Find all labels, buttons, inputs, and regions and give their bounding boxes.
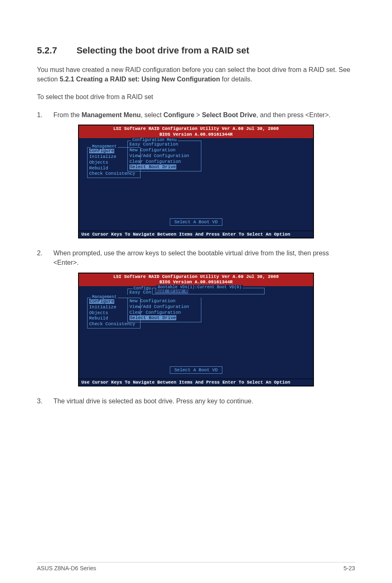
panel-legend: Configuration Menu [131, 138, 178, 142]
bios-footer: Use Cursor Keys To Navigate Between Item… [79, 231, 313, 238]
message-box: Select A Boot VD [170, 366, 222, 374]
section-heading: 5.2.7 Selecting the boot drive from a RA… [37, 45, 355, 56]
menu-item: Configure [164, 111, 195, 118]
configuration-menu-panel: Configuration Menu Easy Configuration Ne… [127, 141, 201, 171]
message-box: Select A Boot VD [170, 218, 222, 226]
bios-header: LSI Software RAID Configuration Utility … [79, 273, 313, 287]
step-number: 3. [37, 396, 53, 406]
configuration-menu-panel: New Configuration View/Add Configuration… [127, 298, 201, 322]
section-reference: 5.2.1 Creating a RAID set: Using New Con… [60, 76, 220, 83]
menu-item-check-consistency[interactable]: Check Consistency [89, 171, 138, 177]
section-number: 5.2.7 [37, 45, 74, 56]
menu-item: Select Boot Drive [202, 111, 256, 118]
menu-item-view-add-config[interactable]: View/Add Configuration [129, 304, 199, 310]
intro-paragraph-1: You must have created a new RAID configu… [37, 65, 355, 84]
section-title: Selecting the boot drive from a RAID set [76, 45, 249, 56]
menu-item-clear-config[interactable]: Clear Configuration [129, 159, 199, 165]
step-number: 2. [37, 248, 53, 267]
step-2: 2. When prompted, use the arrow keys to … [37, 248, 355, 267]
bootable-vds-panel: Bootable VDs(1):Current Boot VD(0) Boot … [152, 288, 265, 294]
menu-item-select-boot-drive[interactable]: Select Boot Drive [129, 164, 176, 169]
menu-item-clear-config[interactable]: Clear Configuration [129, 310, 199, 316]
menu-item-configure[interactable]: Configure [89, 148, 114, 153]
bios-footer: Use Cursor Keys To Navigate Between Item… [79, 379, 313, 386]
panel-legend-short: Configu [133, 286, 152, 291]
menu-name: Management Menu [81, 111, 141, 118]
menu-item-check-consistency[interactable]: Check Consistency [89, 322, 138, 327]
intro-paragraph-2: To select the boot drive from a RAID set [37, 92, 355, 102]
menu-item-configure[interactable]: Configure [89, 299, 114, 304]
step-1: 1. From the Management Menu, select Conf… [37, 110, 355, 120]
panel-legend: Bootable VDs(1):Current Boot VD(0) [157, 285, 243, 289]
panel-legend: Management [91, 295, 118, 299]
bios-screenshot-2: LSI Software RAID Configuration Utility … [78, 273, 314, 387]
menu-item-easy-config[interactable]: Easy Configuration [129, 142, 199, 148]
panel-legend: Management [91, 144, 118, 149]
step-number: 1. [37, 110, 53, 120]
menu-item-select-boot-drive[interactable]: Select Boot Drive [129, 315, 176, 320]
bios-screenshot-1: LSI Software RAID Configuration Utility … [78, 125, 314, 239]
menu-item-view-add-config[interactable]: View/Add Configuration [129, 153, 199, 159]
menu-item-new-config[interactable]: New Configuration [129, 298, 199, 304]
step-3: 3. The virtual drive is selected as boot… [37, 396, 355, 406]
menu-item-new-config[interactable]: New Configuration [129, 148, 199, 153]
bios-header: LSI Software RAID Configuration Utility … [79, 125, 313, 139]
